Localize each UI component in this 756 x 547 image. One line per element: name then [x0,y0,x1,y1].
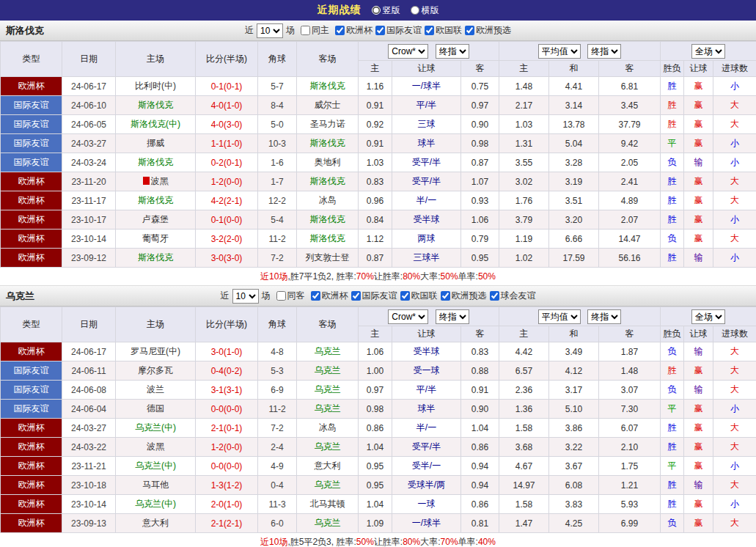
bookmaker-select[interactable]: Crow* [388,309,428,324]
result-handicap: 赢 [684,438,713,457]
results-table: 类型 日期 主场 比分(半场) 角球 客场 Crow* 终指 平均值 终指 全场 [0,41,756,268]
match-date: 23-10-18 [62,476,116,495]
vertical-layout-radio[interactable] [372,6,381,15]
competition-checkbox[interactable] [441,291,450,301]
recent-count-select[interactable]: 10 [257,23,283,38]
corners: 5-0 [258,115,297,134]
competition-type: 国际友谊 [1,115,62,134]
away-team: 斯洛伐克 [297,77,359,96]
competition-filter[interactable]: 欧国联 [400,290,438,302]
home-team: 德国 [116,400,196,419]
corners: 2-4 [258,438,297,457]
same-venue-filter[interactable]: 同客 [276,290,305,302]
bookmaker-select[interactable]: Crow* [388,44,428,59]
average-select[interactable]: 平均值 [538,44,581,59]
score: 1-1(1-0) [196,134,258,153]
competition-filter[interactable]: 球会友谊 [490,290,536,302]
competition-filter[interactable]: 欧洲杯 [311,290,348,302]
avg-away-odds: 9.42 [599,134,661,153]
handicap-away-odds: 0.90 [461,115,499,134]
subcol-result-handicap: 让球 [684,326,713,342]
avg-away-odds: 2.07 [599,210,661,230]
match-date: 24-03-24 [62,153,116,172]
match-date: 23-11-21 [62,457,116,476]
handicap-away-odds: 0.83 [461,342,499,361]
match-row: 国际友谊24-03-27挪威1-1(1-0)10-3斯洛伐克0.91球半0.98… [1,134,756,153]
handicap-odds-group: Crow* 终指 [359,307,499,326]
average-stage-select[interactable]: 终指 [587,44,621,59]
competition-checkbox[interactable] [351,291,361,301]
competition-filter[interactable]: 欧洲预选 [441,290,487,302]
result-wdl: 胜 [661,210,684,230]
competition-checkbox[interactable] [400,291,410,301]
same-venue-checkbox[interactable] [276,291,286,301]
subcol-avg-home: 主 [499,326,549,342]
competition-checkbox[interactable] [335,26,345,35]
summary-segment: 单率: [458,536,478,547]
summary-segment: 让胜率: [374,271,403,283]
competition-checkbox[interactable] [375,26,385,35]
competition-type: 欧洲杯 [1,495,62,514]
fulltime-select[interactable]: 全场 [691,44,725,59]
summary-segment: 让胜率: [374,536,403,547]
handicap-stage-select[interactable]: 终指 [436,44,469,59]
same-venue-checkbox[interactable] [301,26,310,35]
avg-home-odds: 1.03 [499,115,549,134]
competition-type: 国际友谊 [1,400,62,419]
summary-segment: ,胜5平2负3, 胜率: [287,536,356,547]
competition-label: 欧洲预选 [476,24,511,37]
subcol-handicap-line: 让球 [392,61,461,77]
result-goals: 大 [713,191,756,210]
match-row: 欧洲杯23-11-20波黑1-2(0-0)1-7斯洛伐克0.83受平/半1.07… [1,172,756,191]
avg-away-odds: 37.79 [599,115,661,134]
competition-type: 国际友谊 [1,361,62,381]
competition-filter[interactable]: 欧洲杯 [335,24,373,37]
score: 1-3(1-2) [196,476,258,495]
horizontal-layout-radio[interactable] [411,6,419,15]
result-goals: 大 [713,172,756,191]
match-date: 23-10-14 [62,230,116,249]
result-handicap: 赢 [684,115,713,134]
handicap-line: 半/一 [392,419,461,438]
result-wdl: 胜 [661,115,684,134]
corners: 5-7 [258,77,297,96]
competition-type: 国际友谊 [1,134,62,153]
competition-filter[interactable]: 欧国联 [425,24,462,37]
away-team: 斯洛伐克 [297,134,359,153]
corners: 8-4 [258,96,297,115]
result-handicap: 赢 [684,361,713,381]
competition-checkbox[interactable] [490,291,499,301]
layout-horizontal-option[interactable]: 横版 [411,4,439,17]
competition-checkbox[interactable] [311,291,320,301]
competition-checkbox[interactable] [465,26,474,35]
match-row: 国际友谊24-06-10斯洛伐克4-0(1-0)8-4威尔士0.91平/半0.9… [1,96,756,115]
away-team: 列支敦士登 [297,249,359,268]
handicap-stage-select[interactable]: 终指 [436,309,469,324]
competition-type: 欧洲杯 [1,457,62,476]
away-team: 北马其顿 [297,495,359,514]
fulltime-select[interactable]: 全场 [691,309,725,324]
score: 0-1(0-1) [196,77,258,96]
result-wdl: 胜 [661,419,684,438]
layout-vertical-option[interactable]: 竖版 [372,4,400,17]
home-team: 斯洛伐克 [116,96,196,115]
avg-home-odds: 1.36 [499,400,549,419]
result-handicap: 输 [684,342,713,361]
same-venue-filter[interactable]: 同主 [301,24,329,37]
avg-home-odds: 2.17 [499,96,549,115]
average-stage-select[interactable]: 终指 [587,309,621,324]
handicap-away-odds: 1.07 [461,172,499,191]
handicap-line: 受平/半 [392,438,461,457]
filter-bar: 近 10 场 同客 欧洲杯国际友谊欧国联欧洲预选球会友谊 [221,289,536,304]
subcol-result-goals: 进球数 [713,61,756,77]
handicap-line: 受一球 [392,361,461,381]
competition-filter[interactable]: 欧洲预选 [465,24,511,37]
corners: 11-3 [258,495,297,514]
avg-draw-odds: 3.49 [549,342,599,361]
average-select[interactable]: 平均值 [538,309,581,324]
away-team: 威尔士 [297,96,359,115]
competition-filter[interactable]: 国际友谊 [351,290,397,302]
competition-checkbox[interactable] [425,26,434,35]
recent-count-select[interactable]: 10 [232,289,259,304]
competition-filter[interactable]: 国际友谊 [375,24,422,37]
